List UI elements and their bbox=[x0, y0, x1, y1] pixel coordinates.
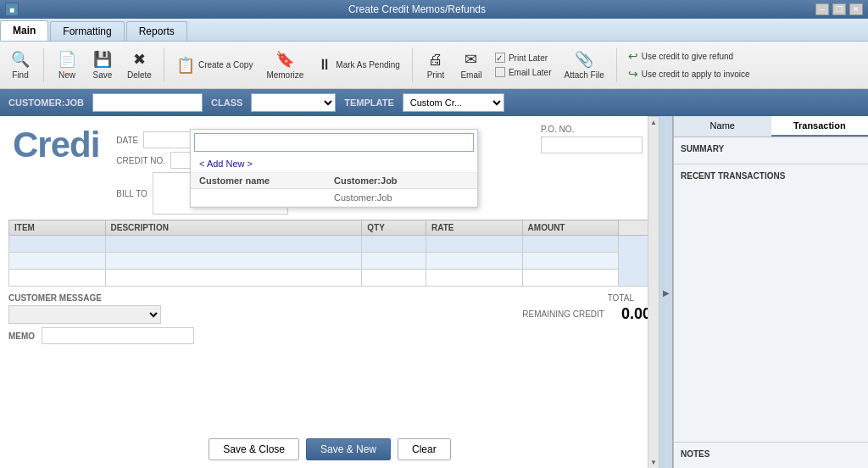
desc-cell[interactable] bbox=[105, 253, 362, 270]
print-icon: 🖨 bbox=[428, 51, 443, 69]
delete-icon: ✖ bbox=[133, 50, 146, 69]
col-amount: AMOUNT bbox=[522, 220, 619, 236]
app-icon: ■ bbox=[5, 3, 19, 16]
sidebar-recent-transactions-title: RECENT TRANSACTIONS bbox=[681, 171, 861, 181]
memorize-button[interactable]: 🔖 Memorize bbox=[262, 47, 308, 84]
add-new-item[interactable]: < Add New > bbox=[191, 155, 477, 173]
item-cell[interactable] bbox=[9, 236, 106, 253]
desc-cell[interactable] bbox=[105, 270, 362, 287]
delete-button[interactable]: ✖ Delete bbox=[123, 47, 156, 84]
window-title: Create Credit Memos/Refunds bbox=[19, 3, 815, 15]
attach-file-button[interactable]: 📎 Attach File bbox=[559, 47, 608, 84]
email-button[interactable]: ✉ Email bbox=[456, 47, 487, 84]
desc-cell[interactable] bbox=[105, 236, 362, 253]
class-select[interactable] bbox=[251, 93, 336, 112]
tab-formatting[interactable]: Formatting bbox=[50, 21, 124, 41]
minimize-btn[interactable]: ─ bbox=[815, 3, 829, 15]
new-icon: 📄 bbox=[58, 50, 76, 69]
title-bar: ■ Create Credit Memos/Refunds ─ ❐ ✕ bbox=[0, 0, 868, 19]
tab-reports[interactable]: Reports bbox=[126, 21, 187, 41]
credit-options: ↩ Use credit to give refund ↪ Use credit… bbox=[625, 47, 754, 82]
dropdown-search-input[interactable] bbox=[194, 133, 474, 152]
col-description: DESCRIPTION bbox=[105, 220, 362, 236]
col-rate: RATE bbox=[426, 220, 523, 236]
sidebar-recent-transactions-section: RECENT TRANSACTIONS bbox=[674, 164, 868, 443]
qty-cell[interactable] bbox=[362, 253, 426, 270]
credit-title: Credi bbox=[13, 125, 99, 165]
amount-cell[interactable] bbox=[522, 236, 619, 253]
create-copy-icon: 📋 bbox=[176, 56, 195, 75]
memo-input[interactable] bbox=[42, 327, 194, 344]
email-later-button[interactable]: Email Later bbox=[492, 65, 555, 79]
remaining-credit-value: 0.00 bbox=[621, 305, 651, 323]
clear-button[interactable]: Clear bbox=[398, 438, 451, 460]
print-button[interactable]: 🖨 Print bbox=[420, 47, 451, 84]
refund-icon: ↩ bbox=[628, 49, 638, 63]
rate-cell[interactable] bbox=[426, 253, 523, 270]
sep3 bbox=[412, 48, 413, 82]
po-no-input[interactable] bbox=[541, 136, 643, 153]
table-row bbox=[9, 253, 651, 270]
amount-cell[interactable] bbox=[522, 253, 619, 270]
invoice-icon: ↪ bbox=[628, 67, 638, 81]
item-cell[interactable] bbox=[9, 270, 106, 287]
memorize-icon: 🔖 bbox=[275, 50, 294, 69]
mark-pending-icon: ⏸ bbox=[317, 56, 332, 74]
mark-as-pending-button[interactable]: ⏸ Mark As Pending bbox=[313, 47, 404, 84]
sidebar-tab-transaction[interactable]: Transaction bbox=[771, 116, 869, 136]
item-cell[interactable] bbox=[9, 253, 106, 270]
sidebar-notes-section: NOTES bbox=[674, 443, 868, 468]
email-icon: ✉ bbox=[465, 50, 477, 69]
scroll-up-arrow[interactable]: ▲ bbox=[648, 117, 659, 128]
email-later-checkbox[interactable] bbox=[495, 67, 505, 77]
customer-dropdown: < Add New > Customer name Customer:Job T… bbox=[190, 129, 478, 208]
dropdown-header: Customer name Customer:Job bbox=[191, 173, 477, 189]
save-close-button[interactable]: Save & Close bbox=[209, 438, 299, 460]
print-later-checkbox[interactable] bbox=[495, 53, 505, 63]
use-credit-invoice-button[interactable]: ↪ Use credit to apply to invoice bbox=[625, 65, 754, 82]
rate-cell[interactable] bbox=[426, 236, 523, 253]
save-new-button[interactable]: Save & New bbox=[306, 438, 391, 460]
table-body: ▲ ▼ bbox=[9, 236, 651, 287]
po-section: P.O. NO. bbox=[541, 125, 643, 153]
items-table: ITEM DESCRIPTION QTY RATE AMOUNT bbox=[8, 220, 651, 287]
totals-section: TOTAL REMAINING CREDIT 0.00 bbox=[522, 293, 651, 323]
scroll-down-arrow[interactable]: ▼ bbox=[648, 457, 659, 468]
memo-label: MEMO bbox=[8, 332, 35, 341]
amount-cell[interactable] bbox=[522, 270, 619, 287]
save-button[interactable]: 💾 Save bbox=[87, 47, 118, 84]
total-label: TOTAL bbox=[608, 293, 634, 303]
template-select[interactable]: Custom Cr... bbox=[403, 93, 504, 112]
sep1 bbox=[43, 48, 44, 82]
sidebar-tabs: Name Transaction bbox=[674, 116, 868, 137]
bill-to-label: BILL TO bbox=[116, 189, 147, 198]
new-button[interactable]: 📄 New bbox=[52, 47, 82, 84]
close-btn[interactable]: ✕ bbox=[849, 3, 863, 15]
sidebar-tab-name[interactable]: Name bbox=[674, 116, 771, 136]
table-row: ▲ ▼ bbox=[9, 236, 651, 253]
rate-cell[interactable] bbox=[426, 270, 523, 287]
scroll-col: ▲ ▼ bbox=[619, 236, 651, 287]
table-scrollbar[interactable]: ▲ ▼ bbox=[648, 116, 659, 468]
customer-job-input[interactable] bbox=[92, 93, 203, 112]
list-item[interactable]: Test Customer:Job bbox=[191, 189, 477, 207]
use-credit-refund-button[interactable]: ↩ Use credit to give refund bbox=[625, 47, 754, 64]
table-header: ITEM DESCRIPTION QTY RATE AMOUNT bbox=[9, 220, 651, 236]
window-controls: ─ ❐ ✕ bbox=[815, 3, 863, 15]
qty-cell[interactable] bbox=[362, 236, 426, 253]
sidebar-toggle-icon: ▶ bbox=[663, 288, 670, 298]
tab-main[interactable]: Main bbox=[0, 20, 48, 41]
qty-cell[interactable] bbox=[362, 270, 426, 287]
find-button[interactable]: 🔍 Find bbox=[5, 47, 36, 84]
memo-row: MEMO bbox=[0, 327, 659, 348]
sidebar-notes-title: NOTES bbox=[681, 449, 861, 459]
sidebar-summary-title: SUMMARY bbox=[681, 144, 861, 153]
create-copy-button[interactable]: 📋 Create a Copy bbox=[172, 47, 257, 84]
restore-btn[interactable]: ❐ bbox=[832, 3, 846, 15]
customer-message-select[interactable] bbox=[8, 305, 161, 324]
later-options: Print Later Email Later bbox=[492, 51, 555, 79]
sidebar-toggle[interactable]: ▶ bbox=[659, 116, 673, 468]
print-later-button[interactable]: Print Later bbox=[492, 51, 555, 64]
class-label: CLASS bbox=[211, 98, 242, 108]
col-qty: QTY bbox=[362, 220, 426, 236]
